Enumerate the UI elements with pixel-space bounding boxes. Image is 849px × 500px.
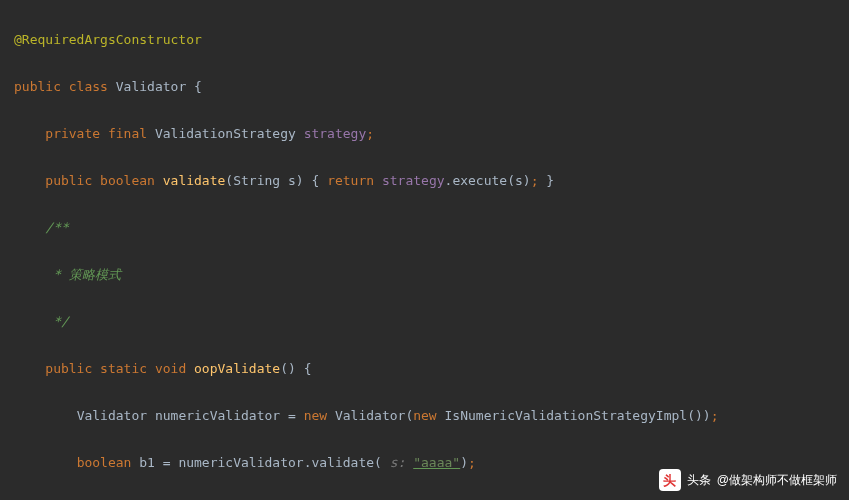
code-editor[interactable]: @RequiredArgsConstructor public class Va…: [0, 0, 849, 500]
type-numeric-impl: IsNumericValidationStrategyImpl: [445, 408, 688, 423]
keyword-class: class: [69, 79, 108, 94]
watermark: 头 头条 @做架构师不做框架师: [659, 469, 837, 493]
watermark-icon: 头: [659, 469, 681, 491]
doc-strategy-pattern: 策略模式: [61, 267, 121, 282]
param-hint: s:: [390, 455, 406, 470]
doc-comment-open: /**: [45, 220, 68, 235]
watermark-text: @做架构师不做框架师: [717, 469, 837, 493]
method-oop-validate: oopValidate: [194, 361, 280, 376]
annotation: @RequiredArgsConstructor: [14, 32, 202, 47]
watermark-prefix: 头条: [687, 469, 711, 493]
method-validate: validate: [163, 173, 226, 188]
keyword-public: public: [14, 79, 61, 94]
class-name: Validator: [116, 79, 186, 94]
field-strategy: strategy: [304, 126, 367, 141]
